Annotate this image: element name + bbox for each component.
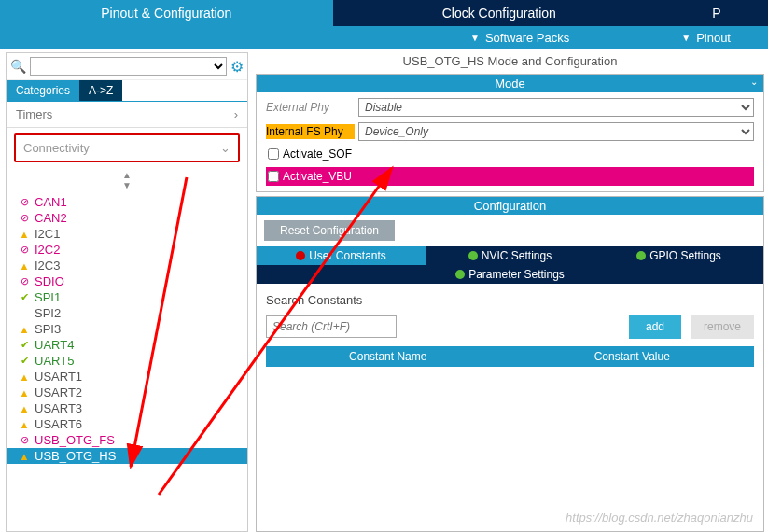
remove-button: remove: [691, 315, 754, 339]
component-search[interactable]: [30, 57, 227, 76]
internal-fs-phy-select[interactable]: Device_Only: [358, 122, 754, 141]
peripheral-label: I2C3: [35, 259, 60, 273]
warn-status-icon: ▲: [18, 419, 31, 430]
warn-status-icon: ▲: [18, 229, 31, 240]
section-connectivity[interactable]: Connectivity ⌄: [14, 133, 240, 162]
chevron-down-icon: ▼: [470, 33, 480, 43]
constants-table-header: Constant Name Constant Value: [266, 346, 754, 367]
panel-title: USB_OTG_HS Mode and Configuration: [256, 52, 764, 70]
chevron-down-icon: ⌄: [220, 141, 230, 155]
section-timers[interactable]: Timers ›: [7, 102, 247, 128]
no-status-icon: ⊘: [18, 275, 31, 287]
tab-truncated[interactable]: P: [665, 0, 768, 26]
peripheral-label: UART4: [35, 338, 74, 352]
mode-header: Mode ⌄: [257, 75, 763, 92]
splitter-handle[interactable]: ▲▼: [7, 170, 247, 190]
activate-sof-checkbox[interactable]: [268, 148, 279, 160]
warn-status-icon: ▲: [18, 260, 31, 272]
activate-vbus-checkbox[interactable]: [268, 171, 279, 182]
peripheral-label: SDIO: [35, 274, 64, 288]
mode-panel: Mode ⌄ External Phy Disable Internal FS …: [256, 74, 764, 192]
configuration-header: Configuration: [257, 197, 763, 215]
tab-nvic-settings[interactable]: NVIC Settings: [426, 246, 594, 265]
tab-pinout-config[interactable]: Pinout & Configuration: [0, 0, 333, 26]
warn-status-icon: ▲: [18, 451, 31, 462]
configuration-panel: Configuration Reset Configuration User C…: [256, 196, 764, 532]
chevron-down-icon: ▼: [681, 33, 691, 43]
peripheral-label: CAN1: [35, 195, 67, 209]
peripheral-usb_otg_hs[interactable]: ▲USB_OTG_HS: [7, 448, 247, 464]
peripheral-label: CAN2: [35, 211, 67, 225]
search-icon: 🔍: [10, 59, 26, 74]
no-status-icon: ⊘: [18, 212, 31, 224]
external-phy-select[interactable]: Disable: [358, 98, 754, 117]
collapse-icon[interactable]: ⌄: [750, 77, 758, 87]
peripheral-can1[interactable]: ⊘CAN1: [7, 194, 247, 210]
peripheral-label: USB_OTG_FS: [35, 433, 115, 447]
search-constants-input[interactable]: [266, 315, 397, 338]
left-panel: 🔍 ⚙ Categories A->Z Timers › Connectivit…: [6, 52, 248, 532]
tab-alpha[interactable]: A->Z: [79, 80, 122, 101]
peripheral-label: USB_OTG_HS: [35, 449, 116, 463]
peripheral-label: I2C1: [35, 227, 60, 241]
peripheral-label: SPI3: [35, 322, 61, 336]
add-button[interactable]: add: [629, 315, 681, 339]
col-constant-value: Constant Value: [510, 346, 755, 367]
peripheral-label: I2C2: [35, 243, 60, 257]
tab-parameter-settings[interactable]: Parameter Settings: [257, 265, 763, 284]
no-status-icon: ⊘: [18, 244, 31, 256]
peripheral-label: USART3: [35, 401, 82, 415]
peripheral-label: USART2: [35, 385, 82, 399]
ok-status-icon: ✔: [18, 355, 31, 367]
peripheral-label: SPI2: [35, 306, 61, 320]
peripheral-tree: ⊘CAN1⊘CAN2▲I2C1⊘I2C2▲I2C3⊘SDIO✔SPI1SPI2▲…: [7, 192, 247, 531]
status-dot-icon: [296, 251, 305, 260]
no-status-icon: ⊘: [18, 196, 31, 208]
peripheral-usart3[interactable]: ▲USART3: [7, 400, 247, 416]
status-dot-icon: [636, 251, 646, 260]
status-dot-icon: [468, 251, 478, 260]
peripheral-uart4[interactable]: ✔UART4: [7, 337, 247, 353]
peripheral-can2[interactable]: ⊘CAN2: [7, 210, 247, 226]
tab-gpio-settings[interactable]: GPIO Settings: [594, 246, 763, 265]
warn-status-icon: ▲: [18, 387, 31, 399]
peripheral-label: UART5: [35, 354, 74, 368]
peripheral-uart5[interactable]: ✔UART5: [7, 353, 247, 369]
gear-icon[interactable]: ⚙: [230, 58, 244, 76]
external-phy-label: External Phy: [266, 101, 355, 114]
peripheral-sdio[interactable]: ⊘SDIO: [7, 273, 247, 289]
ok-status-icon: ✔: [18, 339, 31, 351]
sub-toolbar: ▼ Software Packs ▼ Pinout: [0, 26, 768, 49]
peripheral-label: USART1: [35, 370, 82, 384]
peripheral-i2c3[interactable]: ▲I2C3: [7, 258, 247, 273]
search-constants-label: Search Constants: [266, 293, 754, 307]
peripheral-spi3[interactable]: ▲SPI3: [7, 321, 247, 337]
tab-user-constants[interactable]: User Constants: [257, 246, 426, 265]
peripheral-usart2[interactable]: ▲USART2: [7, 385, 247, 400]
peripheral-i2c1[interactable]: ▲I2C1: [7, 226, 247, 242]
tab-categories[interactable]: Categories: [7, 80, 79, 101]
warn-status-icon: ▲: [18, 324, 31, 335]
chevron-right-icon: ›: [234, 107, 238, 121]
activate-vbus-label: Activate_VBU: [283, 170, 352, 183]
peripheral-label: USART6: [35, 417, 82, 431]
col-constant-name: Constant Name: [266, 346, 510, 367]
status-dot-icon: [455, 270, 465, 279]
right-panel: USB_OTG_HS Mode and Configuration Mode ⌄…: [256, 52, 764, 532]
ok-status-icon: ✔: [18, 291, 31, 303]
internal-fs-phy-label: Internal FS Phy: [266, 124, 355, 139]
tab-clock-config[interactable]: Clock Configuration: [333, 0, 666, 26]
activate-sof-label: Activate_SOF: [283, 147, 352, 161]
peripheral-usart6[interactable]: ▲USART6: [7, 416, 247, 432]
peripheral-usart1[interactable]: ▲USART1: [7, 369, 247, 385]
peripheral-i2c2[interactable]: ⊘I2C2: [7, 242, 247, 258]
pinout-menu[interactable]: ▼ Pinout: [681, 31, 731, 45]
warn-status-icon: ▲: [18, 403, 31, 414]
no-status-icon: ⊘: [18, 434, 31, 446]
peripheral-spi2[interactable]: SPI2: [7, 305, 247, 321]
reset-configuration-button[interactable]: Reset Configuration: [264, 220, 395, 241]
peripheral-usb_otg_fs[interactable]: ⊘USB_OTG_FS: [7, 432, 247, 448]
peripheral-spi1[interactable]: ✔SPI1: [7, 289, 247, 305]
software-packs-menu[interactable]: ▼ Software Packs: [470, 31, 569, 45]
warn-status-icon: ▲: [18, 371, 31, 383]
